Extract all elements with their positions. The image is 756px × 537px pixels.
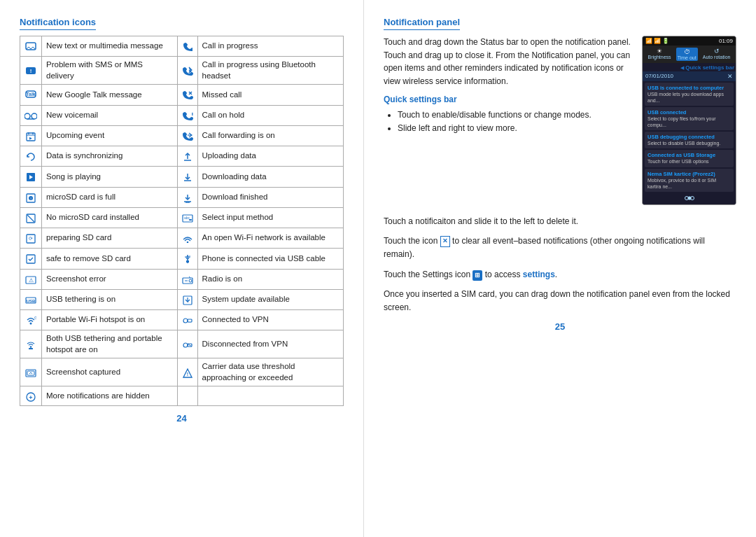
icon-radio: [177, 269, 197, 289]
icon-usb-connected: [177, 249, 197, 269]
svg-text:+: +: [29, 394, 32, 401]
phone-status-bar: 📶 📶 🔋 01:09: [643, 36, 736, 46]
icon-wifi-hotspot: ⟳: [20, 310, 42, 330]
text-sms-problem: Problem with SMS or MMS delivery: [42, 57, 178, 85]
icon-vpn-disconnected: [177, 330, 197, 358]
table-row: Talk New Google Talk message Missed call: [20, 85, 344, 105]
svg-point-49: [30, 323, 32, 325]
phone-notif-1-body: USB mode lets you download apps and...: [648, 91, 731, 104]
text-sms: New text or multimedia message: [42, 36, 178, 57]
phone-notif-5-title: Nema SIM kartice (Prorez2): [648, 171, 731, 177]
phone-quick-settings-bar: ☀ Brightness ⏱ Time out ↺ Auto rotation: [643, 46, 736, 63]
text-preparing-sd: preparing SD card: [42, 228, 178, 249]
text-empty: [197, 386, 343, 406]
svg-point-7: [24, 113, 30, 119]
phone-qs-timeout[interactable]: ⏱ Time out: [676, 48, 698, 61]
notification-icons-table: New text or multimedia message Call in p…: [20, 36, 344, 406]
icon-screenshot-error: ⚠: [20, 269, 42, 289]
right-body-text-3: Touch the icon ✕ to clear all event–base…: [384, 235, 736, 260]
icon-system-update: [177, 289, 197, 309]
svg-point-56: [183, 343, 188, 347]
phone-notif-2-title: USB connected: [648, 109, 731, 116]
text-sd-full: microSD card is full: [42, 187, 178, 207]
left-section-title: Notification icons: [20, 17, 96, 30]
text-usb-tethering: USB tethering is on: [42, 289, 178, 309]
right-body-text-5: Once you inserted a SIM card, you can dr…: [384, 288, 736, 314]
right-section-title: Notification panel: [384, 17, 460, 30]
svg-rect-29: [189, 219, 192, 221]
svg-text:abc: abc: [184, 216, 190, 220]
text-download: Downloading data: [197, 167, 343, 187]
right-page-number: 25: [384, 321, 736, 332]
svg-rect-33: [27, 255, 35, 263]
table-row: New voicemail ⏸ Call on hold: [20, 105, 344, 125]
text-music: Song is playing: [42, 167, 178, 187]
clear-icon-inline: ✕: [440, 236, 450, 247]
icon-usb-tethering: USB: [20, 289, 42, 309]
phone-notif-5-body: Mobivox, provice to do it or SIM kartira…: [648, 177, 731, 190]
svg-point-8: [31, 113, 37, 119]
table-row: No microSD card installed abc Select inp…: [20, 207, 344, 228]
text-system-update: System update available: [197, 289, 343, 309]
icon-call-bt: [177, 57, 197, 85]
phone-qs-rotation[interactable]: ↺ Auto rotation: [703, 48, 731, 61]
phone-notif-5[interactable]: Nema SIM kartice (Prorez2) Mobivox, prov…: [645, 169, 734, 192]
text-voicemail: New voicemail: [42, 105, 178, 125]
icon-download: [177, 167, 197, 187]
svg-point-51: [183, 319, 188, 323]
table-row: USB USB tethering is on System update av…: [20, 289, 344, 309]
table-row: Song is playing Downloading data: [20, 167, 344, 187]
text-upload: Uploading data: [197, 146, 343, 167]
text-vpn-disconnected: Disconnected from VPN: [197, 330, 343, 358]
svg-text:—: —: [188, 320, 191, 323]
phone-notif-4-body: Touch for other USB options: [648, 158, 731, 165]
phone-notif-4[interactable]: Connected as USB Storage Touch for other…: [645, 150, 734, 167]
icon-screenshot-captured: [20, 358, 42, 386]
body4-prefix: Touch the Settings icon: [384, 270, 472, 279]
svg-text:⟳: ⟳: [34, 316, 36, 320]
phone-time: 01:09: [719, 38, 733, 44]
svg-point-54: [30, 346, 32, 348]
phone-notif-3-body: Select to disable USB debugging.: [648, 140, 731, 146]
text-call-bt: Call in progress using Bluetooth headset: [197, 57, 343, 85]
text-no-sd: No microSD card installed: [42, 207, 178, 228]
table-row: ! microSD card is full Download finished: [20, 187, 344, 207]
text-wifi-hotspot: Portable Wi-Fi hotspot is on: [42, 310, 178, 330]
icon-download-done: [177, 187, 197, 207]
text-call-hold: Call on hold: [197, 105, 343, 125]
body4-mid: to access: [485, 270, 523, 279]
table-row: ⚠ Screenshot error Radio is on: [20, 269, 344, 289]
icon-more-notifs: +: [20, 386, 42, 406]
text-usb-cable: Phone is connected via USB cable: [197, 249, 343, 269]
icon-both-tethering: [20, 330, 42, 358]
phone-screenshot: 📶 📶 🔋 01:09 ☀ Brightness ⏱ Time out ↺ Au…: [642, 36, 736, 205]
text-upcoming: Upcoming event: [42, 125, 178, 146]
phone-qs-brightness[interactable]: ☀ Brightness: [648, 48, 671, 61]
phone-notif-1-title: USB is connected to computer: [648, 85, 731, 91]
svg-line-26: [27, 215, 34, 222]
phone-notif-2[interactable]: USB connected Select to copy files to/fr…: [645, 107, 734, 130]
text-call-forward: Call forwarding is on: [197, 125, 343, 146]
table-row: ▶ Upcoming event Call forwarding is on: [20, 125, 344, 146]
icon-calendar: ▶: [20, 125, 42, 146]
quick-settings-label-right: Quick settings bar: [384, 95, 457, 104]
phone-date: 07/01/2010: [645, 73, 673, 80]
icon-wifi-open: [177, 228, 197, 249]
svg-text:Talk: Talk: [26, 92, 36, 97]
phone-notif-1[interactable]: USB is connected to computer USB mode le…: [645, 83, 734, 106]
table-row: Both USB tethering and portable hotspot …: [20, 330, 344, 358]
text-both-tethering: Both USB tethering and portable hotspot …: [42, 330, 178, 358]
phone-notif-3[interactable]: USB debugging connected Select to disabl…: [645, 132, 734, 148]
table-row: New text or multimedia message Call in p…: [20, 36, 344, 57]
icon-gtalk: Talk: [20, 85, 42, 105]
text-vpn-connected: Connected to VPN: [197, 310, 343, 330]
phone-clear-icon[interactable]: ✕: [727, 73, 733, 80]
icon-sd-full: !: [20, 187, 42, 207]
icon-call-forward: [177, 125, 197, 146]
text-safe-remove-sd: safe to remove SD card: [42, 249, 178, 269]
svg-point-42: [189, 279, 192, 282]
icon-missed-call: [177, 85, 197, 105]
icon-sync: [20, 146, 42, 167]
svg-text:!: !: [30, 68, 32, 74]
text-screenshot-captured: Screenshot captured: [42, 358, 178, 386]
